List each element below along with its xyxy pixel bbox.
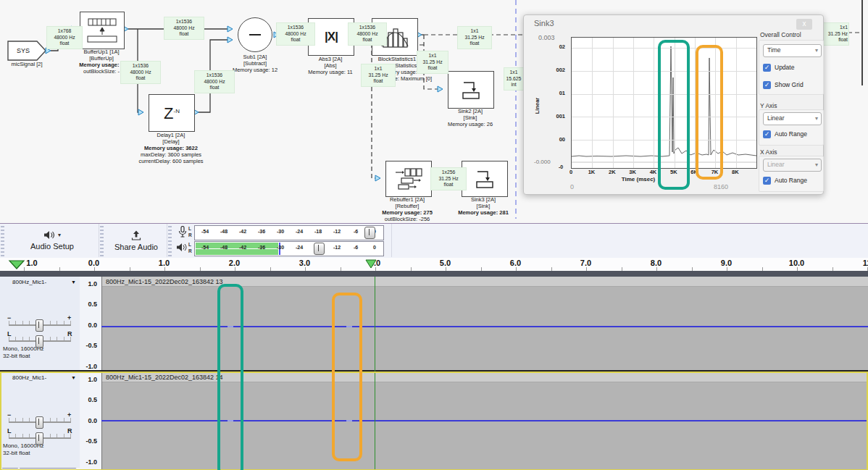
record-right-channel-label: R	[188, 232, 192, 238]
y-tick-labels: 020020100100	[544, 35, 567, 151]
x-autorange-checkbox[interactable]: ✓	[763, 177, 771, 185]
track2-pan-slider[interactable]	[36, 432, 43, 445]
update-label: Update	[775, 64, 794, 71]
chevron-down-icon: ▾	[815, 113, 818, 124]
chevron-down-icon: ▾	[815, 45, 818, 56]
recording-volume-slider[interactable]	[364, 227, 375, 239]
x-scale-select[interactable]: Linear ▾	[763, 159, 822, 172]
rebuffer-icon	[394, 167, 423, 190]
playhead-marker[interactable]	[364, 259, 377, 269]
signal-label: 1x153648000 Hzfloat	[164, 17, 204, 40]
update-checkbox[interactable]: ✓	[763, 64, 771, 72]
track2-clip-title[interactable]: 800Hz_Mic1-15_2022Dec02_163842 14	[101, 372, 868, 382]
audio-setup-label: Audio Setup	[30, 242, 74, 251]
signal-label: 1x131.25 Hzfloat	[417, 51, 448, 74]
overall-control-label: Overall Control	[760, 31, 801, 38]
track1-pan-slider[interactable]	[36, 335, 43, 348]
track2-name: 800Hz_Mic1-	[12, 374, 46, 381]
track2-waveform[interactable]	[101, 382, 868, 470]
teal-highlight-plot	[658, 40, 690, 190]
track1-title[interactable]: 800Hz_Mic1- ▼	[12, 278, 78, 287]
track1-gain-slider[interactable]	[36, 319, 43, 332]
share-audio-button[interactable]: Share Audio	[106, 225, 167, 256]
share-upload-icon	[130, 230, 142, 240]
block-sub1[interactable]	[238, 17, 272, 52]
x-scale-value: Linear	[767, 161, 785, 168]
track1-scale-labels: 1.00.50.0-0.5-1.0	[75, 274, 97, 377]
sink-icon	[458, 80, 484, 100]
signal-label: 1x153648000 Hzfloat	[276, 22, 315, 46]
signal-label: 1x115.625int	[504, 67, 524, 91]
sink3-window-title: Sink3	[534, 19, 554, 28]
share-audio-label: Share Audio	[114, 243, 158, 251]
track-separator[interactable]	[0, 370, 868, 372]
track2-title[interactable]: 800Hz_Mic1- ▼	[12, 374, 78, 382]
block-sink2-caption: Sink2 [2A][Sink]Memory usage: 26	[438, 108, 503, 127]
signal-label: 1x131.25 Hzfloat	[361, 64, 396, 87]
block-delay1[interactable]: Z-N	[149, 94, 195, 132]
signal-label: 1x131.25 Hzfloat	[457, 26, 492, 49]
block-delay1-caption: Delay1 [2A][Delay]Memory usage: 3622maxD…	[124, 132, 218, 164]
x-autorange-checkbox-row[interactable]: ✓ Auto Range	[763, 176, 807, 185]
playback-left-channel-label: L	[188, 242, 191, 247]
signal-label: 1x153648000 Hzfloat	[348, 22, 387, 46]
show-grid-checkbox-row[interactable]: ✓ Show Grid	[763, 80, 804, 89]
playhead-cursor-line	[375, 277, 375, 469]
block-rebuffer1-caption: Rebuffer1 [2A][Rebuffer]Memory usage: 27…	[371, 196, 443, 222]
delay-icon: Z-N	[164, 104, 180, 122]
toolbar-grip[interactable]	[1, 224, 4, 256]
domain-select[interactable]: Time ▾	[763, 44, 822, 57]
x-range-start: 0	[570, 183, 574, 190]
subtract-icon	[249, 34, 261, 35]
teal-highlight-tracks	[217, 284, 243, 470]
track1-name: 800Hz_Mic1-	[12, 279, 46, 285]
screenshot-root: SYS micSignal [2] BufferUp1 [1A][BufferU…	[0, 0, 868, 470]
block-sink2[interactable]	[448, 71, 494, 109]
block-sink3[interactable]	[462, 161, 508, 197]
chevron-down-icon: ▾	[58, 232, 61, 238]
y-autorange-checkbox[interactable]: ✓	[763, 130, 771, 138]
scrub-bar[interactable]	[0, 271, 868, 277]
track1-format-line2: 32-bit float	[3, 353, 30, 359]
track2-gain-slider[interactable]	[36, 416, 43, 429]
block-bufferup1[interactable]	[80, 12, 125, 49]
track1-waveform[interactable]	[101, 287, 868, 370]
show-grid-label: Show Grid	[775, 81, 804, 88]
timeline-pin-button[interactable]	[7, 259, 26, 269]
signal-label: 1x25631.25 Hzfloat	[430, 167, 467, 190]
sink-icon	[472, 169, 498, 189]
signal-label: 1x76848000 Hzfloat	[46, 26, 83, 49]
orange-highlight-plot	[696, 45, 723, 180]
block-rebuffer1[interactable]	[385, 161, 432, 197]
playback-right-channel-label: R	[188, 248, 192, 253]
y-scale-select[interactable]: Linear ▾	[763, 112, 822, 125]
toolbar-grip[interactable]	[168, 224, 172, 256]
x-axis-group-label: X Axis	[760, 148, 777, 156]
track1-clip-title[interactable]: 800Hz_Mic1-15_2022Dec02_163842 13	[101, 277, 868, 287]
x-range-end: 8160	[714, 183, 728, 190]
y-min-label: -0.000	[534, 159, 551, 165]
ruler-negative-label: 1.0	[24, 259, 40, 267]
block-sys[interactable]: SYS	[10, 45, 36, 56]
signal-label: 1x153648000 Hzfloat	[194, 70, 235, 93]
y-autorange-checkbox-row[interactable]: ✓ Auto Range	[763, 130, 807, 138]
toolbar-grip[interactable]	[100, 224, 104, 256]
y-scale-value: Linear	[767, 114, 785, 122]
update-checkbox-row[interactable]: ✓ Update	[763, 63, 794, 72]
track1-zero-line	[101, 326, 868, 327]
chevron-down-icon: ▾	[815, 159, 818, 170]
audio-setup-button[interactable]: ▾ Audio Setup	[7, 225, 97, 256]
track2-zero-line	[101, 420, 868, 421]
microphone-icon[interactable]	[178, 226, 187, 238]
bufferup-icon	[86, 17, 118, 43]
speaker-icon[interactable]	[176, 243, 187, 252]
block-diagram-canvas: SYS micSignal [2] BufferUp1 [1A][BufferU…	[0, 0, 868, 223]
abs-icon: |X|	[325, 30, 338, 44]
playback-volume-slider[interactable]	[314, 243, 325, 255]
x-autorange-label: Auto Range	[775, 177, 807, 184]
block-sink3-caption: Sink3 [2A][Sink]Memory usage: 281	[447, 196, 519, 216]
track2-scale-labels: 1.00.50.0-0.5-1.0	[75, 369, 97, 470]
show-grid-checkbox[interactable]: ✓	[763, 81, 771, 89]
playback-level-right	[196, 249, 278, 255]
sink3-window-close-button[interactable]: x	[796, 19, 812, 30]
